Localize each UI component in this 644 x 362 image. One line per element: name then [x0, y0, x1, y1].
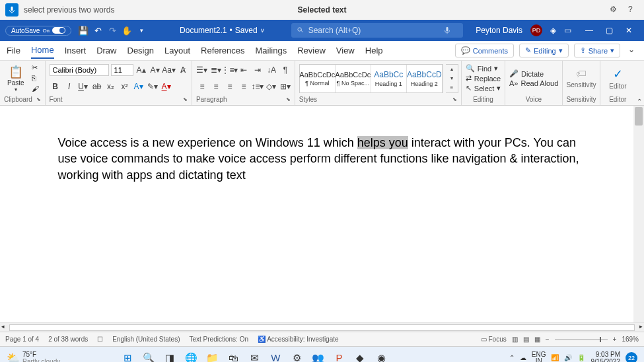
styles-scroll-up-icon[interactable]: ▴ — [446, 65, 458, 74]
share-button[interactable]: ⇪ Share ▾ — [574, 44, 620, 57]
scroll-h-thumb[interactable] — [9, 324, 635, 331]
cut-icon[interactable]: ✂ — [32, 63, 41, 73]
copy-icon[interactable]: ⎘ — [32, 74, 41, 83]
tray-chevron-icon[interactable]: ⌃ — [509, 354, 515, 361]
web-layout-icon[interactable]: ▦ — [534, 336, 540, 343]
spelling-icon[interactable]: ☐ — [97, 336, 103, 343]
minimize-button[interactable]: ― — [579, 20, 599, 40]
style-heading2[interactable]: AaBbCcDHeading 2 — [407, 65, 443, 92]
replace-button[interactable]: ⇄Replace — [466, 74, 501, 83]
save-icon[interactable]: 💾 — [78, 25, 89, 36]
paste-icon[interactable]: 📋 — [9, 65, 23, 79]
close-button[interactable]: ✕ — [619, 20, 639, 40]
maximize-button[interactable]: ▢ — [599, 20, 619, 40]
zoom-slider[interactable] — [555, 339, 608, 340]
present-icon[interactable]: ▭ — [564, 26, 571, 35]
taskview-icon[interactable]: ◨ — [162, 351, 177, 363]
weather-widget[interactable]: 75°F Partly cloudy — [22, 351, 60, 363]
teams-icon[interactable]: 👥 — [310, 351, 325, 363]
font-size-select[interactable] — [111, 64, 133, 76]
multilevel-icon[interactable]: ⋮≡▾ — [224, 64, 236, 76]
font-name-select[interactable] — [50, 64, 109, 76]
read-aloud-button[interactable]: A»Read Aloud — [509, 79, 558, 87]
focus-mode[interactable]: ▭ Focus — [481, 336, 507, 343]
word-count[interactable]: 2 of 38 words — [48, 336, 88, 343]
weather-icon[interactable]: ⛅ — [7, 351, 20, 362]
select-button[interactable]: ↖Select ▾ — [466, 84, 501, 92]
italic-button[interactable]: I — [63, 81, 75, 92]
avatar[interactable]: PD — [530, 24, 542, 36]
dialog-launcher-icon[interactable]: ⬊ — [286, 96, 291, 102]
qat-more-icon[interactable]: ▾ — [136, 25, 147, 36]
tab-references[interactable]: References — [201, 43, 244, 58]
accessibility-status[interactable]: ♿ Accessibility: Investigate — [258, 336, 339, 343]
language-indicator[interactable]: English (United States) — [112, 336, 180, 343]
justify-icon[interactable]: ≡ — [238, 81, 250, 92]
font-color-icon[interactable]: A▾ — [161, 81, 172, 92]
paste-button[interactable]: Paste — [7, 79, 24, 87]
tab-view[interactable]: View — [336, 43, 355, 58]
edge-icon[interactable]: 🌐 — [184, 351, 198, 363]
settings-icon[interactable]: ⚙ — [289, 351, 304, 363]
vertical-scrollbar[interactable] — [633, 106, 644, 322]
tab-help[interactable]: Help — [365, 43, 383, 58]
show-marks-icon[interactable]: ¶ — [279, 64, 291, 76]
comments-button[interactable]: 💬 Comments — [455, 44, 514, 57]
store-icon[interactable]: 🛍 — [226, 351, 240, 363]
sensitivity-button[interactable]: 🏷 Sensitivity — [567, 68, 596, 89]
style-heading1[interactable]: AaBbCcHeading 1 — [371, 65, 407, 92]
tab-home[interactable]: Home — [31, 42, 54, 59]
sort-icon[interactable]: ↓A — [266, 64, 277, 76]
volume-icon[interactable]: 🔊 — [564, 354, 572, 361]
chevron-down-icon[interactable]: ▾ — [15, 87, 17, 92]
bold-button[interactable]: B — [50, 81, 61, 92]
help-icon[interactable]: ? — [628, 5, 639, 15]
styles-gallery[interactable]: AaBbCcDc¶ Normal AaBbCcDc¶ No Spac... Aa… — [299, 64, 443, 93]
zoom-level[interactable]: 169% — [622, 336, 639, 343]
bullets-icon[interactable]: ☰▾ — [196, 64, 208, 76]
user-name[interactable]: Peyton Davis — [476, 26, 522, 35]
document-text[interactable]: Voice access is a new experience on Wind… — [58, 135, 587, 183]
autosave-toggle[interactable]: AutoSave On — [5, 26, 71, 36]
dialog-launcher-icon[interactable]: ⬊ — [452, 96, 457, 102]
scroll-left-icon[interactable]: ◂ — [1, 323, 5, 330]
mic-button[interactable] — [5, 3, 18, 17]
print-layout-icon[interactable]: ▤ — [523, 336, 529, 343]
redo-icon[interactable]: ↷ — [107, 25, 118, 36]
clock[interactable]: 9:03 PM 9/15/2022 — [590, 351, 620, 363]
app2-icon[interactable]: ◉ — [374, 351, 388, 363]
notification-badge[interactable]: 22 — [626, 352, 637, 363]
horizontal-scrollbar[interactable]: ◂ ▸ — [0, 322, 644, 332]
zoom-out-icon[interactable]: − — [546, 336, 550, 343]
dictate-button[interactable]: 🎤Dictate — [509, 69, 558, 78]
tab-layout[interactable]: Layout — [164, 43, 190, 58]
scroll-right-icon[interactable]: ▸ — [639, 323, 643, 330]
editor-button[interactable]: ✓ Editor — [604, 67, 631, 90]
zoom-in-icon[interactable]: + — [613, 336, 617, 343]
search-input[interactable]: Search (Alt+Q) — [291, 23, 463, 38]
touch-mode-icon[interactable]: ✋ — [122, 25, 132, 36]
style-nospacing[interactable]: AaBbCcDc¶ No Spac... — [336, 65, 371, 92]
align-center-icon[interactable]: ≡ — [210, 81, 222, 92]
tab-review[interactable]: Review — [297, 43, 326, 58]
align-right-icon[interactable]: ≡ — [224, 81, 236, 92]
tab-draw[interactable]: Draw — [96, 43, 116, 58]
search-taskbar-icon[interactable]: 🔍 — [141, 351, 156, 363]
battery-icon[interactable]: 🔋 — [577, 354, 585, 361]
align-left-icon[interactable]: ≡ — [196, 81, 208, 92]
tab-design[interactable]: Design — [127, 43, 154, 58]
strike-button[interactable]: ab — [91, 81, 103, 92]
numbering-icon[interactable]: ≣▾ — [210, 64, 222, 76]
explorer-icon[interactable]: 📁 — [205, 351, 219, 363]
styles-scroll-down-icon[interactable]: ▾ — [446, 74, 458, 83]
format-painter-icon[interactable]: 🖌 — [32, 85, 41, 94]
document-name[interactable]: Document2.1 • Saved ∨ — [180, 26, 265, 35]
find-button[interactable]: 🔍Find ▾ — [466, 64, 501, 73]
shading-icon[interactable]: ◇▾ — [266, 81, 277, 92]
word-icon[interactable]: W — [268, 351, 283, 363]
line-spacing-icon[interactable]: ↕≡▾ — [252, 81, 264, 92]
page-indicator[interactable]: Page 1 of 4 — [5, 336, 39, 343]
borders-icon[interactable]: ⊞▾ — [279, 81, 291, 92]
dialog-launcher-icon[interactable]: ⬊ — [36, 96, 41, 102]
tab-mailings[interactable]: Mailings — [256, 43, 287, 58]
